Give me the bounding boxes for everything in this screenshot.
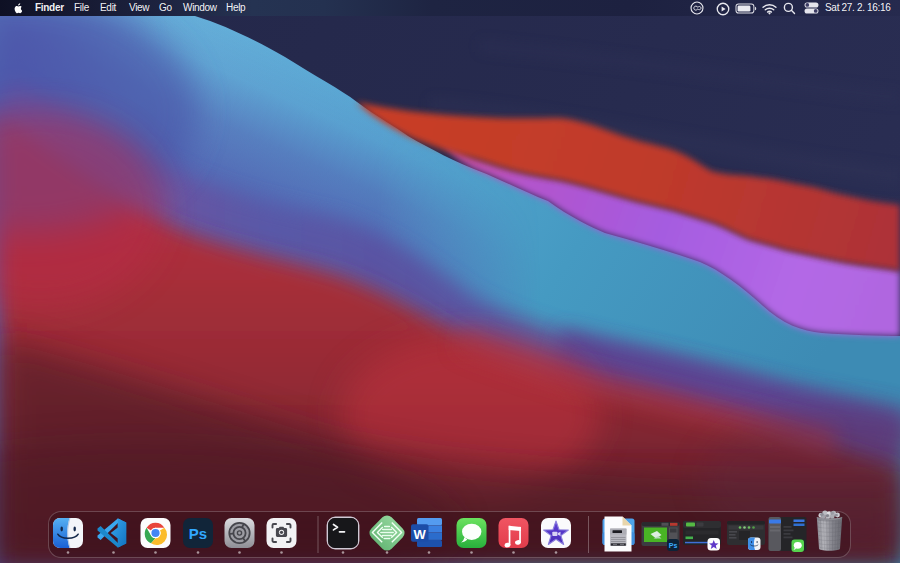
- svg-text:Ps: Ps: [189, 525, 207, 542]
- svg-text:W: W: [414, 527, 427, 542]
- svg-text:Ps: Ps: [669, 542, 678, 549]
